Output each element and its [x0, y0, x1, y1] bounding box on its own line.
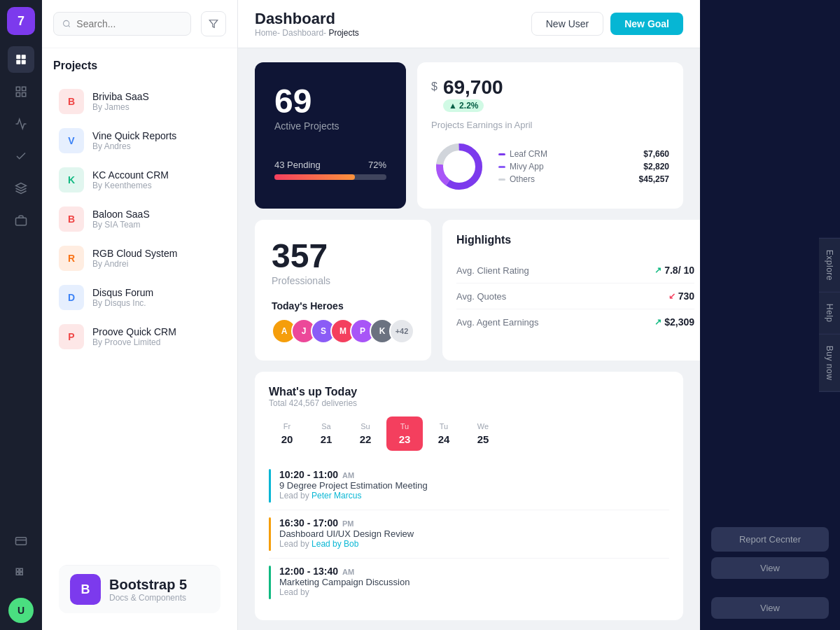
- earnings-top: $ 69,700 ▲ 2.2%: [431, 76, 669, 111]
- progress-bar-fill: [274, 174, 355, 180]
- event-bar: [269, 469, 271, 503]
- project-info: Disqus Forum By Disqus Inc.: [92, 287, 153, 308]
- view-button-2[interactable]: View: [711, 597, 829, 619]
- side-btn-explore[interactable]: Explore: [819, 238, 840, 293]
- svg-marker-8: [16, 183, 27, 189]
- event-time: 16:30 - 17:00 PM: [279, 517, 669, 528]
- nav-icon-card[interactable]: [8, 528, 34, 554]
- sidebar: Projects B Briviba SaaS By James V Vine …: [42, 0, 238, 630]
- calendar-day[interactable]: Fr20: [269, 416, 305, 451]
- svg-point-16: [64, 20, 69, 26]
- project-item[interactable]: V Vine Quick Reports By Andres: [53, 122, 226, 159]
- event-person-link[interactable]: Lead by Bob: [312, 539, 358, 549]
- project-icon: K: [59, 167, 84, 192]
- event-person-link[interactable]: Peter Marcus: [312, 491, 361, 500]
- project-name: Baloon SaaS: [92, 209, 150, 220]
- calendar-header: What's up Today Total 424,567 deliveries: [269, 386, 669, 408]
- calendar-day[interactable]: Tu23: [386, 416, 423, 451]
- highlight-row: Avg. Agent Earnings ↗ $2,309: [456, 309, 694, 335]
- project-author: By Andres: [92, 141, 176, 151]
- earnings-chart-row: Leaf CRMMivy AppOthers $7,660$2,820$45,2…: [431, 139, 669, 195]
- new-user-button[interactable]: New User: [531, 12, 603, 36]
- day-name: Sa: [321, 422, 330, 430]
- progress-bar-bg: [274, 174, 386, 180]
- header-left: Dashboard Home- Dashboard- Projects: [255, 10, 359, 38]
- breadcrumb: Home- Dashboard- Projects: [255, 28, 359, 38]
- new-goal-button[interactable]: New Goal: [610, 13, 683, 35]
- project-info: Briviba SaaS By James: [92, 91, 149, 112]
- day-name: Tu: [440, 422, 448, 430]
- filter-button[interactable]: [201, 11, 226, 36]
- nav-icon-analytics[interactable]: [8, 111, 34, 137]
- earnings-right: 69,700 ▲ 2.2%: [443, 76, 503, 111]
- page-title: Dashboard: [255, 10, 359, 28]
- view-button-1[interactable]: View: [711, 557, 829, 579]
- bootstrap-sublabel: Docs & Components: [109, 593, 187, 603]
- calendar-day[interactable]: We25: [465, 416, 501, 451]
- search-input[interactable]: [76, 18, 182, 29]
- project-item[interactable]: B Briviba SaaS By James: [53, 83, 226, 120]
- svg-rect-7: [22, 93, 26, 97]
- active-projects-count: 69: [274, 82, 386, 120]
- svg-rect-15: [20, 573, 23, 575]
- event-item: 12:00 - 13:40 AM Marketing Campaign Disc…: [269, 559, 669, 606]
- project-author: By James: [92, 102, 149, 112]
- calendar-day[interactable]: Tu24: [426, 416, 462, 451]
- project-item[interactable]: B Baloon SaaS By SIA Team: [53, 201, 226, 237]
- right-panel-bottom: Report Cecnter View View: [700, 516, 840, 630]
- bootstrap-banner[interactable]: B Bootstrap 5 Docs & Components: [59, 565, 220, 613]
- event-item: 10:20 - 11:00 AM 9 Degree Project Estima…: [269, 462, 669, 510]
- svg-rect-12: [16, 568, 19, 571]
- calendar-day[interactable]: Su22: [347, 416, 384, 451]
- day-name: Su: [360, 422, 370, 430]
- project-author: By Proove Limited: [92, 337, 176, 347]
- earnings-card: $ 69,700 ▲ 2.2% Projects Earnings in Apr…: [417, 62, 683, 209]
- project-author: By SIA Team: [92, 220, 150, 230]
- day-number: 20: [281, 433, 293, 445]
- nav-icon-apps[interactable]: [8, 560, 34, 587]
- nav-icon-grid[interactable]: [8, 78, 34, 105]
- active-projects-card: 69 Active Projects 43 Pending 72%: [255, 62, 406, 209]
- day-number: 22: [360, 433, 372, 445]
- search-icon: [62, 19, 71, 29]
- project-item[interactable]: P Proove Quick CRM By Proove Limited: [53, 318, 226, 355]
- highlights-list: Avg. Client Rating ↗ 7.8/ 10 Avg. Quotes…: [456, 258, 694, 335]
- project-icon: B: [59, 206, 84, 232]
- nav-icon-check[interactable]: [8, 143, 34, 169]
- heroes-section: Today's Heroes AJSMPK+42: [272, 300, 414, 344]
- side-btn-help[interactable]: Help: [819, 293, 840, 335]
- svg-rect-0: [16, 55, 20, 59]
- hero-avatars: AJSMPK+42: [272, 318, 414, 344]
- event-lead: Lead by: [279, 587, 669, 597]
- calendar-day[interactable]: Sa21: [308, 416, 344, 451]
- side-btn-buynow[interactable]: Buy now: [819, 335, 840, 393]
- project-item[interactable]: K KC Account CRM By Keenthemes: [53, 162, 226, 198]
- project-info: Proove Quick CRM By Proove Limited: [92, 326, 176, 347]
- project-list: B Briviba SaaS By James V Vine Quick Rep…: [53, 83, 226, 355]
- project-icon: V: [59, 128, 84, 153]
- nav-icon-briefcase[interactable]: [8, 207, 34, 234]
- user-avatar[interactable]: U: [8, 598, 34, 623]
- legend-item: Leaf CRM: [498, 149, 628, 159]
- search-bar[interactable]: [53, 12, 191, 36]
- mid-row: 357 Professionals Today's Heroes AJSMPK+…: [255, 220, 683, 360]
- project-info: Vine Quick Reports By Andres: [92, 130, 176, 151]
- professionals-label: Professionals: [272, 275, 414, 286]
- event-info: 16:30 - 17:00 PM Dashboard UI/UX Design …: [279, 517, 669, 549]
- svg-rect-14: [16, 573, 19, 575]
- project-item[interactable]: R RGB Cloud System By Andrei: [53, 240, 226, 276]
- top-row: 69 Active Projects 43 Pending 72% $: [255, 62, 683, 209]
- report-center-button[interactable]: Report Cecnter: [711, 527, 829, 552]
- day-name: Tu: [400, 422, 409, 430]
- calendar-title: What's up Today: [269, 386, 669, 398]
- events-list: 10:20 - 11:00 AM 9 Degree Project Estima…: [269, 462, 669, 606]
- sidebar-projects-title: Projects: [53, 59, 226, 72]
- legend-amount: $7,660: [639, 149, 669, 159]
- user-number-badge[interactable]: 7: [7, 7, 35, 35]
- project-item[interactable]: D Disqus Forum By Disqus Inc.: [53, 279, 226, 316]
- project-author: By Andrei: [92, 259, 177, 269]
- project-author: By Keenthemes: [92, 181, 169, 190]
- nav-icon-layers[interactable]: [8, 175, 34, 202]
- svg-rect-3: [22, 60, 26, 64]
- nav-icon-dashboard[interactable]: [8, 46, 34, 73]
